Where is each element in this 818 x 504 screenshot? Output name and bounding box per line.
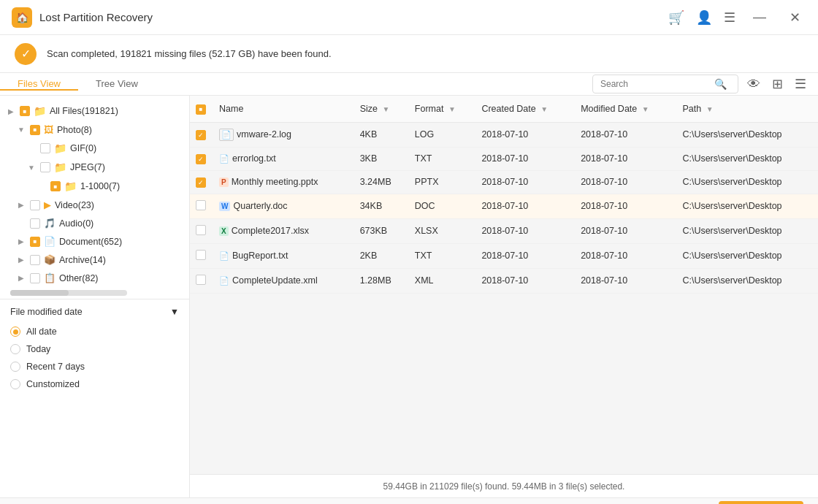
table-row[interactable]: W Quarterly.doc 34KB DOC 2018-07-10 2018…: [190, 194, 818, 218]
sidebar-item-photo[interactable]: ▼ 🖼 Photo(8): [0, 121, 189, 139]
row-size: 4KB: [354, 122, 409, 147]
jpeg-label: JPEG(7): [70, 162, 105, 172]
close-button[interactable]: ✕: [784, 7, 806, 28]
radio-customized[interactable]: [10, 379, 20, 389]
document-checkbox[interactable]: [30, 237, 40, 247]
recover-button[interactable]: Recover: [719, 501, 803, 505]
tab-files-view[interactable]: Files View: [0, 78, 78, 91]
table-row[interactable]: 📄 vmware-2.log 4KB LOG 2018-07-10 2018-0…: [190, 122, 818, 147]
sidebar-item-audio[interactable]: 🎵 Audio(0): [0, 214, 189, 232]
video-label: Video(23): [55, 200, 94, 210]
table-row[interactable]: 📄 BugReport.txt 2KB TXT 2018-07-10 2018-…: [190, 243, 818, 268]
table-row[interactable]: 📄 errorlog.txt 3KB TXT 2018-07-10 2018-0…: [190, 147, 818, 170]
table-header: Name Size ▼ Format ▼ Created Date ▼: [190, 96, 818, 122]
row-checkbox[interactable]: [196, 130, 206, 140]
sidebar-item-jpeg-sub[interactable]: 📁 1-1000(7): [0, 177, 189, 196]
row-checkbox[interactable]: [196, 154, 206, 164]
row-modified: 2018-07-10: [575, 243, 676, 268]
row-checkbox-cell[interactable]: [190, 194, 213, 218]
audio-checkbox[interactable]: [30, 218, 40, 229]
photo-checkbox[interactable]: [30, 125, 40, 135]
col-size[interactable]: Size ▼: [354, 96, 409, 122]
scroll-thumb: [10, 290, 69, 296]
col-path[interactable]: Path ▼: [676, 96, 818, 122]
radio-today[interactable]: [10, 344, 20, 354]
jpeg-checkbox[interactable]: [40, 162, 50, 172]
main-layout: ▶ 📁 All Files(191821) ▼ 🖼 Photo(8) 📁 GIF…: [0, 96, 818, 497]
sidebar-item-other[interactable]: ▶ 📋 Other(82): [0, 269, 189, 287]
sidebar-item-jpeg[interactable]: ▼ 📁 JPEG(7): [0, 158, 189, 177]
col-created[interactable]: Created Date ▼: [475, 96, 575, 122]
toolbar-right: 🔍 👁 ⊞ ☰: [592, 73, 818, 95]
row-checkbox-cell[interactable]: [190, 243, 213, 268]
row-name: 📄 errorlog.txt: [213, 147, 354, 170]
folder-icon: 📁: [34, 105, 46, 117]
minimize-button[interactable]: —: [747, 7, 772, 28]
filter-recent-7[interactable]: Recent 7 days: [10, 358, 179, 375]
col-format[interactable]: Format ▼: [409, 96, 476, 122]
row-checkbox[interactable]: [196, 200, 206, 210]
document-label: Document(652): [59, 237, 122, 247]
row-path: C:\Users\server\Desktop: [676, 147, 818, 170]
sidebar-item-gif[interactable]: 📁 GIF(0): [0, 139, 189, 158]
header-checkbox[interactable]: [196, 104, 206, 115]
preview-icon[interactable]: 👁: [744, 74, 763, 95]
user-icon[interactable]: 👤: [696, 9, 712, 26]
sort-size-icon: ▼: [382, 105, 389, 113]
filter-title[interactable]: File modified date ▼: [10, 307, 179, 317]
all-files-checkbox[interactable]: [20, 106, 30, 116]
filter-customized[interactable]: Cunstomized: [10, 375, 179, 393]
check-icon: ✓: [15, 43, 37, 65]
row-modified: 2018-07-10: [575, 147, 676, 170]
table-row[interactable]: X Complete2017.xlsx 673KB XLSX 2018-07-1…: [190, 218, 818, 243]
row-checkbox[interactable]: [196, 225, 206, 235]
row-checkbox[interactable]: [196, 275, 206, 285]
row-created: 2018-07-10: [475, 147, 575, 170]
video-checkbox[interactable]: [30, 200, 40, 210]
cart-icon[interactable]: 🛒: [668, 9, 684, 26]
row-checkbox[interactable]: [196, 250, 206, 260]
sidebar-item-archive[interactable]: ▶ 📦 Archive(14): [0, 251, 189, 269]
row-checkbox[interactable]: [196, 177, 206, 188]
gif-checkbox[interactable]: [40, 143, 50, 153]
radio-recent-7[interactable]: [10, 362, 20, 372]
row-checkbox-cell[interactable]: [190, 218, 213, 243]
sidebar-item-all-files[interactable]: ▶ 📁 All Files(191821): [0, 102, 189, 121]
header-checkbox-cell[interactable]: [190, 96, 213, 122]
other-checkbox[interactable]: [30, 273, 40, 283]
expand-icon: ▶: [16, 255, 26, 265]
row-modified: 2018-07-10: [575, 268, 676, 293]
row-format: LOG: [409, 122, 476, 147]
table-row[interactable]: P Monthly meeting.pptx 3.24MB PPTX 2018-…: [190, 170, 818, 194]
grid-icon[interactable]: ⊞: [769, 73, 786, 95]
title-bar: 🏠 Lost Partition Recovery 🛒 👤 ☰ — ✕: [0, 0, 818, 35]
jpeg-sub-checkbox[interactable]: [50, 181, 61, 191]
filter-all-date[interactable]: All date: [10, 323, 179, 340]
row-format: PPTX: [409, 170, 476, 194]
list-icon[interactable]: ☰: [792, 73, 809, 95]
expand-icon: ▼: [16, 125, 26, 135]
row-checkbox-cell[interactable]: [190, 147, 213, 170]
table-row[interactable]: 📄 CompleteUpdate.xml 1.28MB XML 2018-07-…: [190, 268, 818, 293]
radio-all-date[interactable]: [10, 327, 20, 337]
row-checkbox-cell[interactable]: [190, 122, 213, 147]
row-checkbox-cell[interactable]: [190, 170, 213, 194]
row-path: C:\Users\server\Desktop: [676, 122, 818, 147]
hamburger-icon[interactable]: ☰: [724, 9, 735, 26]
sidebar-item-video[interactable]: ▶ ▶ Video(23): [0, 196, 189, 214]
row-created: 2018-07-10: [475, 170, 575, 194]
col-name[interactable]: Name: [213, 96, 354, 122]
col-modified[interactable]: Modified Date ▼: [575, 96, 676, 122]
row-size: 673KB: [354, 218, 409, 243]
tabs-search-row: Files View Tree View 🔍 👁 ⊞ ☰: [0, 73, 818, 96]
filter-today[interactable]: Today: [10, 340, 179, 358]
tab-tree-view[interactable]: Tree View: [78, 78, 156, 91]
sidebar-item-document[interactable]: ▶ 📄 Document(652): [0, 232, 189, 251]
search-input[interactable]: [600, 79, 710, 89]
row-checkbox-cell[interactable]: [190, 268, 213, 293]
jpeg-sub-label: 1-1000(7): [80, 181, 120, 191]
row-path: C:\Users\server\Desktop: [676, 194, 818, 218]
expand-icon-placeholder: [37, 181, 47, 191]
archive-checkbox[interactable]: [30, 255, 40, 265]
search-box: 🔍: [592, 75, 738, 93]
